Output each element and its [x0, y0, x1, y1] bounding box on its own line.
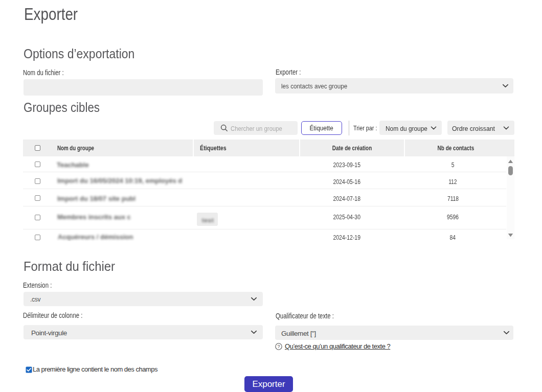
svg-text:?: ? — [277, 344, 280, 349]
